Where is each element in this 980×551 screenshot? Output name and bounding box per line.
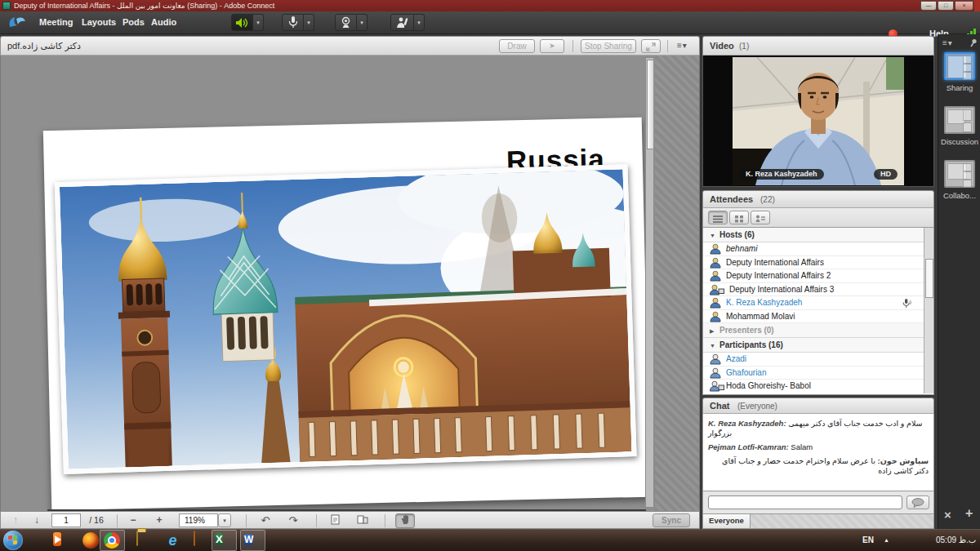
file-explorer-icon[interactable] bbox=[136, 531, 154, 550]
chat-pod-scope: (Everyone) bbox=[737, 402, 777, 411]
chat-message: K. Reza Kashyzadeh: سلام و ادب خدمت جناب… bbox=[708, 419, 929, 438]
layout-discussion-label: Discussion bbox=[938, 137, 980, 146]
start-button[interactable] bbox=[3, 531, 23, 550]
zoom-in-button[interactable]: + bbox=[151, 514, 167, 527]
webcam-button[interactable] bbox=[335, 14, 357, 31]
attendee-row[interactable]: Mohammad Molavi bbox=[703, 310, 933, 324]
pin-icon[interactable] bbox=[969, 38, 978, 47]
attendee-row[interactable]: Ghafourian bbox=[703, 367, 933, 380]
adobe-connect-window: Deputy of International Affairs - معاونت… bbox=[0, 0, 980, 551]
office-app-icon[interactable] bbox=[193, 531, 212, 550]
pointer-tool-button[interactable]: ➤ bbox=[540, 39, 564, 53]
close-button[interactable]: × bbox=[955, 1, 973, 11]
chat-input-row bbox=[702, 491, 934, 514]
shared-document-title: دکتر کاشی زاده.pdf bbox=[7, 41, 81, 51]
chat-pod-header: Chat (Everyone) ≡▾ bbox=[702, 398, 934, 414]
chat-input[interactable] bbox=[708, 495, 902, 509]
cathedral-illustration bbox=[60, 169, 632, 469]
share-pod-menu-icon[interactable]: ≡▾ bbox=[677, 41, 688, 50]
internet-explorer-icon[interactable]: e bbox=[163, 531, 182, 550]
attendee-group-participants[interactable]: ▼Participants (16) bbox=[703, 338, 933, 353]
attendee-row[interactable]: Deputy International Affairs 2 bbox=[703, 269, 933, 283]
fit-page-button[interactable] bbox=[354, 514, 371, 527]
layout-menu-icon[interactable]: ≡▾ bbox=[942, 38, 953, 47]
attendee-name: Ghafourian bbox=[726, 368, 766, 377]
zoom-out-button[interactable]: − bbox=[125, 514, 141, 527]
share-vertical-scrollbar[interactable] bbox=[645, 57, 654, 508]
word-icon[interactable]: W bbox=[243, 531, 262, 550]
tray-expand-icon[interactable]: ▲ bbox=[884, 537, 889, 543]
menu-meeting[interactable]: Meeting bbox=[39, 17, 74, 27]
fullscreen-button[interactable] bbox=[641, 39, 661, 53]
chrome-icon[interactable] bbox=[103, 531, 122, 550]
attendee-group-hosts[interactable]: ▼Hosts (6) bbox=[703, 228, 933, 242]
stop-sharing-button[interactable]: Stop Sharing bbox=[581, 39, 636, 53]
video-pod-title: Video bbox=[710, 41, 734, 51]
raise-hand-caret[interactable]: ▾ bbox=[414, 14, 425, 31]
remove-layout-button[interactable]: × bbox=[944, 508, 951, 522]
host-icon bbox=[710, 243, 721, 255]
microphone-caret[interactable]: ▾ bbox=[304, 14, 314, 31]
chat-message: سیاوش خون: با عرض سلام واحترام خدمت حضار… bbox=[708, 456, 929, 476]
maximize-button[interactable]: □ bbox=[938, 1, 954, 11]
host-icon bbox=[710, 270, 721, 282]
list-view-icon bbox=[713, 216, 723, 223]
share-scrollbar-thumb[interactable] bbox=[647, 60, 654, 149]
menu-layouts[interactable]: Layouts bbox=[82, 17, 116, 27]
zoom-dropdown-button[interactable]: ▾ bbox=[218, 513, 231, 527]
attendees-pod-count: (22) bbox=[760, 195, 775, 204]
participant-icon bbox=[710, 353, 721, 365]
tab-everyone[interactable]: Everyone bbox=[703, 514, 751, 528]
attendee-row[interactable]: Deputy International Affairs bbox=[703, 256, 933, 270]
draw-button[interactable]: Draw bbox=[499, 39, 535, 53]
menu-pods[interactable]: Pods bbox=[122, 17, 145, 27]
attendee-row[interactable]: Azadi bbox=[703, 353, 933, 367]
raise-hand-button[interactable] bbox=[390, 14, 414, 31]
chat-pod-title: Chat bbox=[710, 401, 729, 411]
attendee-list-view-button[interactable] bbox=[708, 211, 728, 224]
attendee-row[interactable]: Deputy International Affairs 3 bbox=[703, 283, 933, 297]
add-layout-button[interactable]: + bbox=[965, 506, 973, 521]
excel-icon[interactable]: X bbox=[215, 531, 234, 550]
speaker-caret[interactable]: ▾ bbox=[253, 14, 264, 31]
attendee-row[interactable]: behnami bbox=[703, 242, 933, 256]
attendees-pod-header: Attendees (22) ≡▾ bbox=[702, 190, 934, 208]
attendee-status-view-button[interactable] bbox=[751, 211, 770, 224]
menu-audio[interactable]: Audio bbox=[151, 17, 176, 27]
attendee-name: Mohammad Molavi bbox=[726, 312, 795, 321]
clock[interactable]: 05:09 ب.ظ bbox=[936, 535, 976, 544]
rotate-left-button[interactable]: ↶ bbox=[257, 514, 274, 527]
speaker-button[interactable] bbox=[231, 14, 253, 31]
attendee-grid-view-button[interactable] bbox=[729, 211, 749, 224]
attendees-scrollbar-thumb[interactable] bbox=[925, 259, 933, 298]
language-indicator[interactable]: EN bbox=[862, 535, 874, 544]
zoom-level-field[interactable]: 119% bbox=[179, 513, 218, 527]
fit-width-button[interactable] bbox=[327, 514, 344, 527]
attendee-row[interactable]: Hoda Ghoreishy- Babol bbox=[703, 380, 933, 393]
page-up-button[interactable]: ↑ bbox=[9, 514, 22, 527]
layout-sharing-thumbnail[interactable] bbox=[944, 52, 975, 80]
attendee-row-self[interactable]: K. Reza Kashyzadeh bbox=[703, 296, 933, 310]
attendee-group-presenters[interactable]: ▶Presenters (0) bbox=[703, 323, 933, 338]
rotate-right-button[interactable]: ↷ bbox=[285, 514, 301, 527]
chat-message: Pejman Lotfi-Kamran: Salam bbox=[708, 442, 929, 452]
attendees-scrollbar[interactable] bbox=[924, 228, 933, 393]
attendees-list: ▼Hosts (6) behnami Deputy International … bbox=[702, 228, 934, 395]
minimize-button[interactable]: — bbox=[920, 1, 937, 11]
attendee-name: Azadi bbox=[726, 354, 746, 363]
page-number-input[interactable]: 1 bbox=[51, 513, 81, 527]
desktop-edge bbox=[974, 0, 980, 11]
status-view-icon bbox=[755, 215, 765, 223]
media-player-icon[interactable] bbox=[52, 531, 71, 550]
microphone-button[interactable] bbox=[282, 14, 304, 31]
pan-hand-tool-button[interactable] bbox=[395, 513, 415, 528]
fit-width-icon bbox=[331, 514, 341, 525]
page-down-button[interactable]: ↓ bbox=[30, 514, 43, 527]
sync-button[interactable]: Sync bbox=[653, 513, 690, 527]
firefox-icon[interactable] bbox=[82, 531, 100, 550]
webcam-caret[interactable]: ▾ bbox=[357, 14, 368, 31]
layout-discussion-thumbnail[interactable] bbox=[944, 106, 975, 134]
window-title: Deputy of International Affairs - معاونت… bbox=[14, 2, 274, 10]
layout-collaboration-thumbnail[interactable] bbox=[944, 160, 975, 188]
send-message-button[interactable] bbox=[906, 495, 929, 509]
